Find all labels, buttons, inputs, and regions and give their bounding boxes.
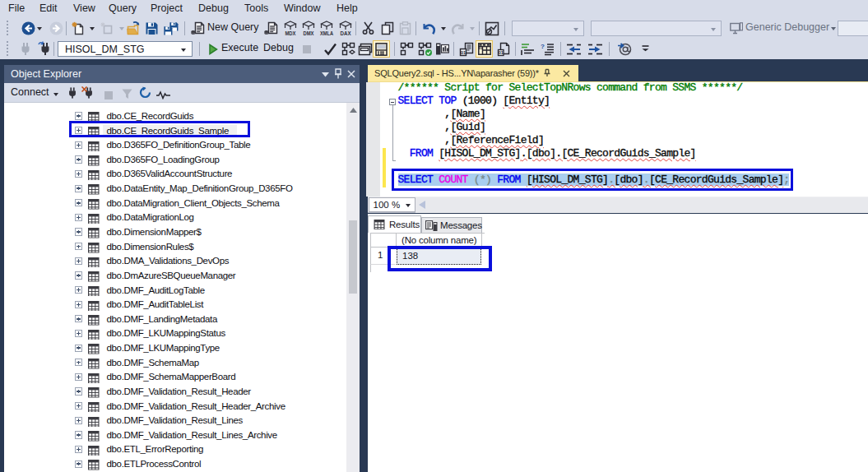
svg-text:?: ? (541, 43, 545, 50)
svg-text:DMX: DMX (304, 30, 315, 36)
svg-text:01: 01 (461, 49, 466, 54)
svg-text:XMLA: XMLA (320, 30, 333, 36)
svg-text:01: 01 (478, 46, 483, 50)
svg-text:01: 01 (498, 50, 503, 55)
svg-text:MDX: MDX (285, 30, 297, 36)
svg-text:DAX: DAX (341, 30, 352, 36)
